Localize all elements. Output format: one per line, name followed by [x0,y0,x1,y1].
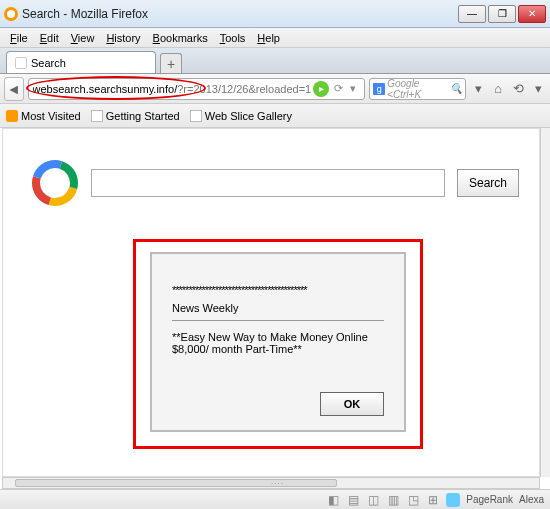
popup-separator [172,320,384,321]
menu-bar: File Edit View History Bookmarks Tools H… [0,28,550,48]
navigation-bar: ◄ websearch.searchsunmy.info/?r=2013/12/… [0,74,550,104]
menu-tools[interactable]: Tools [214,30,252,46]
page-content: Search *********************************… [2,128,540,477]
google-icon: g [373,83,385,95]
status-icon[interactable]: ◫ [366,493,380,507]
menu-edit[interactable]: Edit [34,30,65,46]
status-icon[interactable]: ▤ [346,493,360,507]
search-input[interactable] [91,169,445,197]
back-button[interactable]: ◄ [4,77,24,101]
page-favicon [15,57,27,69]
reload-button[interactable]: ⟳ [331,82,345,96]
menu-history[interactable]: History [100,30,146,46]
bookmark-most-visited[interactable]: Most Visited [6,110,81,122]
new-tab-button[interactable]: + [160,53,182,73]
horizontal-scrollbar[interactable]: ···· [2,477,540,489]
search-row: Search [31,159,519,207]
status-alexa[interactable]: Alexa [519,494,544,505]
minimize-button[interactable]: — [458,5,486,23]
maximize-button[interactable]: ❐ [488,5,516,23]
url-text: websearch.searchsunmy.info/?r=2013/12/26… [33,83,312,95]
popup-body: **Easy New Way to Make Money Online $8,0… [172,331,384,355]
scrollbar-thumb[interactable] [15,479,337,487]
tab-search[interactable]: Search [6,51,156,73]
status-icon[interactable]: ◧ [326,493,340,507]
bookmark-menu[interactable]: ▾ [530,79,546,99]
search-engine-logo [31,159,79,207]
menu-file[interactable]: File [4,30,34,46]
most-visited-icon [6,110,18,122]
sync-button[interactable]: ⟲ [510,79,526,99]
menu-help[interactable]: Help [251,30,286,46]
bookmark-getting-started[interactable]: Getting Started [91,110,180,122]
menu-bookmarks[interactable]: Bookmarks [147,30,214,46]
window-title: Search - Mozilla Firefox [22,7,458,21]
url-bar[interactable]: websearch.searchsunmy.info/?r=2013/12/26… [28,78,366,100]
search-button[interactable]: Search [457,169,519,197]
popup-divider-top: ****************************************… [172,284,384,296]
bookmark-web-slice[interactable]: Web Slice Gallery [190,110,292,122]
page-icon [190,110,202,122]
popup-dialog: ****************************************… [150,252,406,432]
home-button[interactable]: ⌂ [490,79,506,99]
status-avatar-icon[interactable] [446,493,460,507]
status-pagerank[interactable]: PageRank [466,494,513,505]
bookmarks-bar: Most Visited Getting Started Web Slice G… [0,104,550,128]
page-icon [91,110,103,122]
urlbar-dropdown[interactable]: ▾ [346,82,360,96]
status-icon[interactable]: ▥ [386,493,400,507]
tab-strip: Search + [0,48,550,74]
title-bar: Search - Mozilla Firefox — ❐ ✕ [0,0,550,28]
popup-source: News Weekly [172,302,384,314]
status-bar: ◧ ▤ ◫ ▥ ◳ ⊞ PageRank Alexa [0,489,550,509]
firefox-icon [4,7,18,21]
status-icon[interactable]: ◳ [406,493,420,507]
popup-ok-button[interactable]: OK [320,392,384,416]
status-icon[interactable]: ⊞ [426,493,440,507]
close-button[interactable]: ✕ [518,5,546,23]
tab-label: Search [31,57,66,69]
go-button[interactable]: ▸ [313,81,329,97]
search-engine-box[interactable]: g Google <Ctrl+K 🔍 [369,78,466,100]
vertical-scrollbar[interactable] [540,128,550,477]
search-placeholder: Google <Ctrl+K [387,78,448,100]
window-controls: — ❐ ✕ [458,5,546,23]
menu-view[interactable]: View [65,30,101,46]
popup-highlight-annotation: ****************************************… [133,239,423,449]
toolbar-dropdown[interactable]: ▾ [470,79,486,99]
search-icon[interactable]: 🔍 [450,83,462,94]
scrollbar-grip: ···· [271,479,284,488]
